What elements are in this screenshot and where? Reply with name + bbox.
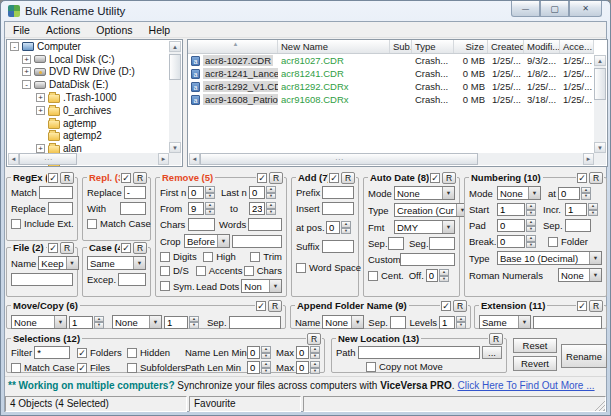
numbering-mode-select[interactable]: None bbox=[497, 186, 541, 200]
expand-icon[interactable]: + bbox=[36, 106, 45, 115]
expand-icon[interactable]: + bbox=[22, 55, 31, 64]
regex-replace-input[interactable] bbox=[48, 202, 73, 215]
remove-reset-button[interactable]: R bbox=[269, 172, 283, 184]
filter-input[interactable] bbox=[34, 346, 70, 359]
scrollbar-thumb[interactable] bbox=[169, 54, 181, 80]
cent-checkbox[interactable] bbox=[368, 271, 378, 281]
from-input[interactable] bbox=[188, 202, 204, 215]
move-copy-first-spinner[interactable] bbox=[69, 316, 104, 329]
folder-checkbox[interactable] bbox=[548, 237, 558, 247]
expand-icon[interactable]: + bbox=[36, 93, 45, 102]
scroll-right-icon[interactable] bbox=[158, 153, 169, 165]
pad-input[interactable] bbox=[497, 219, 525, 232]
move-copy-sep-input[interactable] bbox=[229, 316, 281, 329]
selections-match-case-checkbox[interactable] bbox=[11, 363, 21, 373]
chars-checkbox[interactable] bbox=[244, 266, 254, 276]
tree-item-0-archives[interactable]: + 0_archives bbox=[7, 104, 182, 117]
spinner-arrows[interactable] bbox=[439, 269, 449, 282]
scroll-left-icon[interactable] bbox=[189, 153, 200, 165]
break-spinner[interactable] bbox=[497, 235, 536, 248]
at-spinner[interactable] bbox=[558, 187, 591, 200]
start-input[interactable] bbox=[497, 203, 525, 216]
last-n-spinner[interactable] bbox=[249, 186, 276, 199]
list-vertical-scrollbar[interactable] bbox=[594, 55, 606, 153]
regex-enable-checkbox[interactable] bbox=[48, 173, 58, 183]
crop-select[interactable]: Before bbox=[184, 234, 230, 248]
add-enable-checkbox[interactable] bbox=[329, 173, 339, 183]
to-input[interactable] bbox=[249, 202, 265, 215]
date-sep-input[interactable] bbox=[388, 237, 404, 250]
regex-reset-button[interactable]: R bbox=[60, 172, 74, 184]
tree-item-agtemp[interactable]: agtemp bbox=[7, 117, 182, 130]
numbering-sep-input[interactable] bbox=[565, 219, 591, 232]
folders-checkbox[interactable] bbox=[77, 348, 87, 358]
column-header-accessed[interactable]: Acce... bbox=[560, 40, 594, 53]
numbering-type-select[interactable]: Base 10 (Decimal) bbox=[497, 251, 602, 265]
resize-grip[interactable] bbox=[593, 399, 605, 411]
file-name-input[interactable] bbox=[11, 273, 73, 286]
tree-horizontal-scrollbar[interactable] bbox=[8, 153, 169, 165]
regex-match-input[interactable] bbox=[39, 186, 73, 199]
spinner-arrows[interactable] bbox=[94, 316, 104, 329]
close-button[interactable] bbox=[569, 1, 602, 17]
list-horizontal-scrollbar[interactable] bbox=[189, 153, 594, 165]
ds-checkbox[interactable] bbox=[160, 266, 170, 276]
trim-checkbox[interactable] bbox=[250, 252, 260, 262]
append-enable-checkbox[interactable] bbox=[441, 301, 451, 311]
scrollbar-thumb[interactable] bbox=[200, 153, 478, 165]
digits-checkbox[interactable] bbox=[160, 252, 170, 262]
incr-spinner[interactable] bbox=[565, 203, 598, 216]
spinner-arrows[interactable] bbox=[588, 203, 598, 216]
path-len-min-spinner[interactable] bbox=[247, 361, 271, 374]
append-reset-button[interactable]: R bbox=[453, 300, 467, 312]
name-len-max-spinner[interactable] bbox=[296, 346, 320, 359]
add-reset-button[interactable]: R bbox=[341, 172, 355, 184]
numbering-reset-button[interactable]: R bbox=[589, 172, 603, 184]
move-copy-first-count[interactable] bbox=[69, 316, 93, 329]
scrollbar-thumb[interactable] bbox=[19, 153, 77, 165]
column-header-type[interactable]: Type bbox=[412, 40, 454, 53]
menu-file[interactable]: File bbox=[5, 23, 38, 37]
expand-icon[interactable]: + bbox=[36, 144, 45, 153]
sym-checkbox[interactable] bbox=[160, 281, 170, 291]
column-header-modified[interactable]: Modifi... bbox=[524, 40, 560, 53]
expand-icon[interactable]: + bbox=[22, 67, 31, 76]
extension-enable-checkbox[interactable] bbox=[577, 301, 587, 311]
at-pos-spinner[interactable] bbox=[326, 221, 351, 234]
path-len-max-spinner[interactable] bbox=[296, 361, 320, 374]
find-out-more-link[interactable]: Click Here To Find Out More ... bbox=[457, 380, 594, 391]
to-spinner[interactable] bbox=[249, 202, 276, 215]
append-name-select[interactable]: None bbox=[322, 315, 364, 329]
name-len-min-spinner[interactable] bbox=[247, 346, 271, 359]
levels-spinner[interactable] bbox=[439, 316, 466, 329]
date-custom-input[interactable] bbox=[400, 253, 455, 266]
remove-chars-input[interactable] bbox=[188, 218, 215, 231]
word-space-checkbox[interactable] bbox=[296, 263, 306, 273]
case-enable-checkbox[interactable] bbox=[121, 243, 131, 253]
name-len-max-input[interactable] bbox=[296, 346, 309, 359]
column-header-new-name[interactable]: New Name bbox=[278, 40, 390, 53]
collapse-icon[interactable]: - bbox=[10, 42, 19, 51]
case-excep-input[interactable] bbox=[118, 273, 146, 286]
spinner-arrows[interactable] bbox=[341, 221, 351, 234]
repl-replace-input[interactable] bbox=[124, 186, 146, 199]
tree-item-agtemp2[interactable]: agtemp2 bbox=[7, 130, 182, 143]
insert-input[interactable] bbox=[322, 202, 354, 215]
file-enable-checkbox[interactable] bbox=[48, 243, 58, 253]
spinner-arrows[interactable] bbox=[261, 346, 271, 359]
move-copy-second-count[interactable] bbox=[164, 316, 188, 329]
spinner-arrows[interactable] bbox=[266, 202, 276, 215]
spinner-arrows[interactable] bbox=[205, 202, 215, 215]
levels-input[interactable] bbox=[439, 316, 455, 329]
file-row[interactable]: acr8-1241_Lancer.CDR acr81241.CDR Crash.… bbox=[188, 67, 594, 80]
spinner-arrows[interactable] bbox=[581, 187, 591, 200]
off-input[interactable] bbox=[426, 269, 438, 282]
auto-date-reset-button[interactable]: R bbox=[442, 172, 456, 184]
file-reset-button[interactable]: R bbox=[60, 242, 74, 254]
minimize-button[interactable] bbox=[511, 1, 540, 17]
suffix-input[interactable] bbox=[322, 240, 354, 253]
revert-button[interactable]: Revert bbox=[513, 356, 557, 371]
tree-item-dvd-drive-d[interactable]: + DVD RW Drive (D:) bbox=[7, 66, 182, 79]
column-header-name[interactable] bbox=[188, 40, 278, 53]
repl-match-case-checkbox[interactable] bbox=[87, 219, 97, 229]
